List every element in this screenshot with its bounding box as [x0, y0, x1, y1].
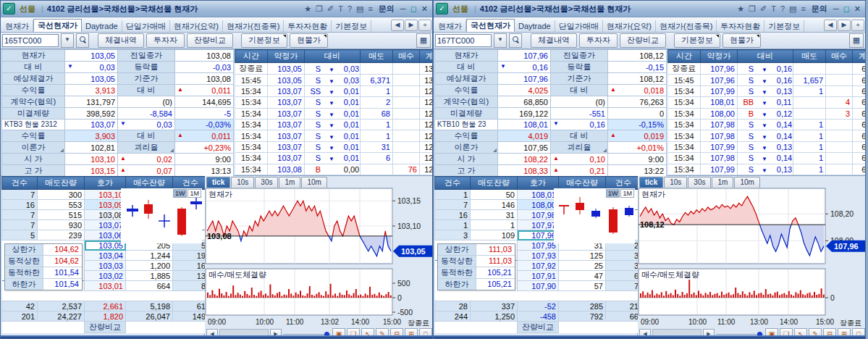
tab-현재가[interactable]: 현재가	[434, 20, 466, 32]
print-icon[interactable]: ▤	[356, 4, 363, 13]
toolbar-button-기본정보[interactable]: 기본정보	[674, 33, 720, 48]
ask-price[interactable]: 108,00	[518, 200, 559, 210]
period-button-1M[interactable]: 1M	[620, 189, 634, 198]
chart-tab-tick[interactable]: tick	[206, 177, 230, 188]
bid-price[interactable]: 107,91	[518, 271, 559, 281]
tabs-add-button[interactable]: ＋	[418, 20, 431, 31]
window-titlebar[interactable]: ✓ 선물 | 4102 금리선물>국채선물>국채선물 현재가 ★❐✐T?▤≡ 문…	[1, 1, 432, 17]
restore-button[interactable]: ◻	[410, 4, 417, 14]
tabs-add-button[interactable]: ＋	[851, 20, 864, 31]
inquiry-button[interactable]: 문의	[379, 4, 395, 14]
period-button-1W[interactable]: 1W	[173, 189, 187, 198]
period-button-1W[interactable]: 1W	[606, 189, 620, 198]
tab-Daytrade[interactable]: Daytrade	[82, 20, 122, 32]
grid-view-button[interactable]: ▦	[849, 33, 864, 48]
help-icon[interactable]: ?	[347, 4, 352, 13]
tab-투자자현황[interactable]: 투자자현황	[717, 20, 764, 32]
tab-단일가매매[interactable]: 단일가매매	[122, 20, 170, 32]
period-button-1M[interactable]: 1M	[187, 189, 201, 198]
link-icon[interactable]: ✐	[760, 4, 767, 13]
tab-현재가(전종목)[interactable]: 현재가(전종목)	[656, 20, 717, 32]
bid-price[interactable]: 107,90	[518, 281, 559, 291]
tab-기본정보[interactable]: 기본정보	[332, 20, 371, 32]
bid-price[interactable]: 103,01	[85, 281, 126, 291]
chart-tab-10s[interactable]: 10s	[664, 177, 687, 188]
help-icon[interactable]: ?	[780, 4, 785, 13]
tabs-scroll-right-button[interactable]: ▶	[405, 20, 418, 31]
popout-icon[interactable]: ❐	[749, 4, 756, 13]
ask-price[interactable]: 103,06	[85, 230, 126, 240]
toolbar-button-기본정보[interactable]: 기본정보	[241, 33, 287, 48]
symbol-code-input[interactable]	[435, 34, 492, 47]
ask-price[interactable]: 103,10	[85, 190, 126, 200]
tab-국선현재가[interactable]: 국선현재가	[466, 19, 515, 32]
tabs-scroll-left-button[interactable]: ◀	[391, 20, 404, 31]
toolbar-button-현물가[interactable]: 현물가	[290, 33, 328, 48]
grid-view-button[interactable]: ▦	[416, 33, 431, 48]
symbol-search-button[interactable]	[76, 33, 89, 48]
symbol-code-input[interactable]	[2, 34, 59, 47]
font-icon[interactable]: T	[338, 4, 343, 13]
list-icon[interactable]: ≡	[801, 4, 805, 13]
compare-depth-button[interactable]: 잔량비교	[518, 322, 559, 333]
favorite-star-icon[interactable]: ★	[304, 4, 311, 13]
favorite-star-icon[interactable]: ★	[737, 4, 744, 13]
chart-tab-1m[interactable]: 1m	[712, 177, 733, 188]
tab-현재가(전종목)[interactable]: 현재가(전종목)	[223, 20, 284, 32]
bid-price[interactable]: 103,03	[85, 261, 126, 271]
chart-tab-tick[interactable]: tick	[639, 177, 663, 188]
chart-tab-30s[interactable]: 30s	[255, 177, 278, 188]
tab-단일가매매[interactable]: 단일가매매	[555, 20, 603, 32]
ask-price[interactable]: 103,09	[85, 200, 126, 210]
chart-tab-10m[interactable]: 10m	[301, 177, 326, 188]
window-titlebar[interactable]: ✓ 선물 | 4102 금리선물>국채선물>국채선물 현재가 ★❐✐T?▤≡ 문…	[434, 1, 865, 17]
list-icon[interactable]: ≡	[368, 4, 372, 13]
ask-price[interactable]: 107,97	[518, 220, 559, 230]
bid-price[interactable]: 103,05	[85, 240, 126, 251]
bid-price[interactable]: 103,02	[85, 271, 126, 281]
symbol-dropdown-button[interactable]: ▼	[494, 33, 507, 48]
chart-tab-1m[interactable]: 1m	[279, 177, 300, 188]
tabs-scroll-left-button[interactable]: ◀	[824, 20, 837, 31]
tab-투자자현황[interactable]: 투자자현황	[284, 20, 332, 32]
bid-price[interactable]: 107,93	[518, 251, 559, 261]
app-check-icon[interactable]: ✓	[436, 3, 448, 14]
chart-tab-10m[interactable]: 10m	[734, 177, 759, 188]
app-check-icon[interactable]: ✓	[3, 3, 15, 14]
tabs-scroll-right-button[interactable]: ▶	[838, 20, 851, 31]
tab-Daytrade[interactable]: Daytrade	[515, 20, 555, 32]
toolbar-button-투자자[interactable]: 투자자	[146, 33, 185, 48]
minimize-button[interactable]: ─	[833, 4, 839, 13]
ask-price[interactable]: 103,08	[85, 210, 126, 220]
ask-price[interactable]: 103,07	[85, 220, 126, 230]
ask-price[interactable]: 107,96	[518, 230, 559, 240]
toolbar-button-현물가[interactable]: 현물가	[722, 33, 761, 48]
symbol-dropdown-button[interactable]: ▼	[61, 33, 74, 48]
tab-현재가(요약)[interactable]: 현재가(요약)	[603, 20, 656, 32]
tab-현재가[interactable]: 현재가	[1, 20, 33, 32]
toolbar-button-잔량비교[interactable]: 잔량비교	[620, 33, 666, 48]
chart-tab-30s[interactable]: 30s	[688, 177, 711, 188]
bid-price[interactable]: 103,04	[85, 251, 126, 261]
minimize-button[interactable]: ─	[400, 4, 406, 13]
toolbar-button-체결내역[interactable]: 체결내역	[98, 33, 144, 48]
close-button[interactable]: ✕	[421, 4, 428, 14]
tab-현재가(요약)[interactable]: 현재가(요약)	[170, 20, 223, 32]
toolbar-button-잔량비교[interactable]: 잔량비교	[187, 33, 233, 48]
ask-price[interactable]: 107,98	[518, 210, 559, 220]
tab-기본정보[interactable]: 기본정보	[764, 20, 804, 32]
toolbar-button-체결내역[interactable]: 체결내역	[531, 33, 577, 48]
print-icon[interactable]: ▤	[789, 4, 796, 13]
symbol-search-button[interactable]	[509, 33, 522, 48]
restore-button[interactable]: ◻	[843, 4, 850, 14]
inquiry-button[interactable]: 문의	[812, 4, 827, 14]
bid-price[interactable]: 107,92	[518, 261, 559, 271]
link-icon[interactable]: ✐	[327, 4, 334, 13]
tab-국선현재가[interactable]: 국선현재가	[33, 19, 82, 32]
toolbar-button-투자자[interactable]: 투자자	[579, 33, 618, 48]
font-icon[interactable]: T	[771, 4, 776, 13]
close-button[interactable]: ✕	[854, 4, 861, 14]
bid-price[interactable]: 107,95	[518, 240, 559, 251]
popout-icon[interactable]: ❐	[316, 4, 323, 13]
compare-depth-button[interactable]: 잔량비교	[85, 322, 126, 333]
